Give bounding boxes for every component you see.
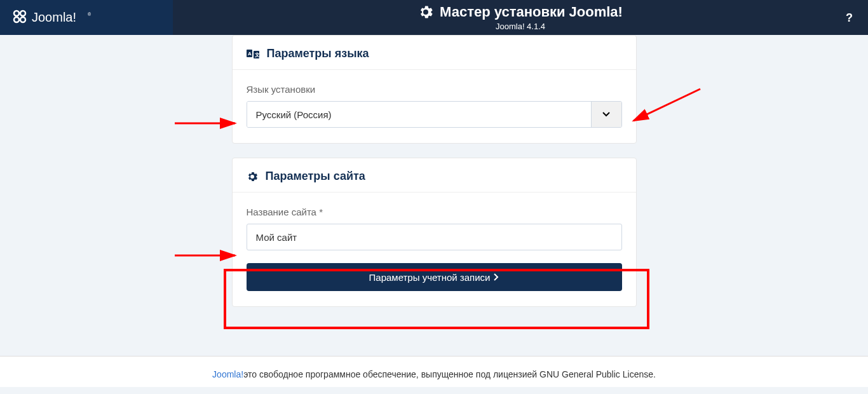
gears-icon xyxy=(418,4,433,20)
page-main-title: Мастер установки Joomla! xyxy=(418,4,623,20)
language-card-header: A 文 Параметры языка xyxy=(233,36,636,70)
language-icon: A 文 xyxy=(247,49,259,59)
site-card-header: Параметры сайта xyxy=(233,158,636,193)
language-card: A 文 Параметры языка Язык установки Русск… xyxy=(232,35,637,144)
site-card-body: Название сайта * Параметры учетной запис… xyxy=(233,193,636,306)
svg-point-0 xyxy=(14,11,19,16)
footer: Joomla!это свободное программное обеспеч… xyxy=(0,356,868,387)
gear-icon xyxy=(247,171,258,182)
next-step-button[interactable]: Параметры учетной записи xyxy=(247,263,622,291)
logo-section: Joomla! ® xyxy=(0,0,173,35)
language-select-value: Русский (Россия) xyxy=(247,102,591,127)
language-card-body: Язык установки Русский (Россия) xyxy=(233,70,636,143)
language-select[interactable]: Русский (Россия) xyxy=(247,101,622,128)
language-field-label: Язык установки xyxy=(247,84,622,95)
svg-point-1 xyxy=(20,11,25,16)
joomla-logo-icon: Joomla! ® xyxy=(11,8,107,27)
version-text: Joomla! 4.1.4 xyxy=(496,22,545,31)
main-title-text: Мастер установки Joomla! xyxy=(440,4,623,20)
header-bar: Joomla! ® Мастер установки Joomla! Jooml… xyxy=(0,0,868,35)
svg-text:文: 文 xyxy=(254,52,259,58)
language-card-title: Параметры языка xyxy=(267,47,369,60)
next-step-button-label: Параметры учетной записи xyxy=(369,272,491,283)
svg-text:®: ® xyxy=(88,12,92,17)
chevron-down-icon xyxy=(591,102,621,127)
footer-text: это свободное программное обеспечение, в… xyxy=(243,369,656,379)
logo-text: Joomla! xyxy=(32,10,76,24)
content-area: A 文 Параметры языка Язык установки Русск… xyxy=(0,35,868,356)
site-card-title: Параметры сайта xyxy=(266,170,365,183)
title-section: Мастер установки Joomla! Joomla! 4.1.4 ? xyxy=(173,0,868,35)
chevron-right-icon xyxy=(494,273,499,281)
svg-point-3 xyxy=(20,17,25,22)
site-name-label: Название сайта * xyxy=(247,207,622,217)
svg-text:A: A xyxy=(248,51,252,57)
help-icon[interactable]: ? xyxy=(846,11,853,24)
footer-link[interactable]: Joomla! xyxy=(212,369,243,379)
svg-point-2 xyxy=(14,17,19,22)
site-name-input[interactable] xyxy=(247,224,622,250)
site-card: Параметры сайта Название сайта * Парамет… xyxy=(232,158,637,307)
